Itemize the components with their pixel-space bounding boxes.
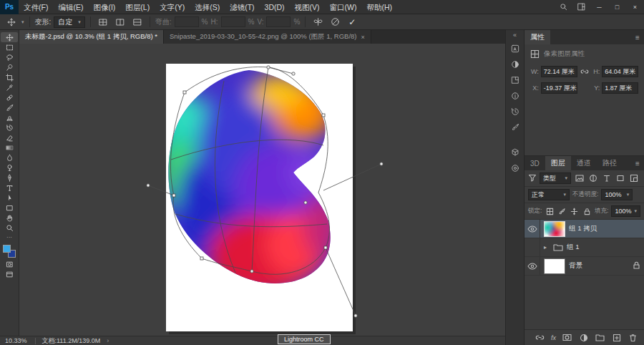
- menu-filter[interactable]: 滤镜(T): [225, 0, 259, 14]
- move-tool[interactable]: [1, 32, 18, 42]
- gradient-tool[interactable]: [1, 142, 18, 152]
- rectangle-tool[interactable]: [1, 203, 18, 213]
- add-mask-icon[interactable]: [562, 332, 572, 343]
- search-icon[interactable]: [555, 0, 572, 14]
- menu-type[interactable]: 文字(Y): [155, 0, 190, 14]
- layer-row-background[interactable]: 背景: [525, 257, 644, 276]
- fill-input[interactable]: 100% ▾: [611, 205, 640, 217]
- crop-tool[interactable]: [1, 72, 18, 82]
- width-input[interactable]: 72.14 厘米: [541, 66, 577, 77]
- libraries-panel-icon[interactable]: [507, 41, 523, 56]
- filter-type-select[interactable]: 类型 ▾: [540, 172, 571, 184]
- blend-mode-select[interactable]: 正常 ▾: [528, 189, 570, 200]
- clone-stamp-tool[interactable]: [1, 112, 18, 122]
- document-canvas[interactable]: [19, 44, 505, 345]
- menu-file[interactable]: 文件(F): [19, 0, 53, 14]
- y-input[interactable]: 1.87 厘米: [602, 82, 638, 94]
- history-brush-tool[interactable]: [1, 122, 18, 132]
- v-input[interactable]: [266, 16, 291, 27]
- filter-type-layers-icon[interactable]: [601, 173, 612, 184]
- layer-name[interactable]: 组 1 拷贝: [569, 224, 597, 233]
- group-expand-icon[interactable]: ▸: [544, 244, 550, 251]
- warp-orientation-icon[interactable]: [311, 16, 325, 29]
- lasso-tool[interactable]: [1, 52, 18, 62]
- dodge-tool[interactable]: [1, 162, 18, 172]
- adjustments-panel-icon[interactable]: [507, 57, 523, 72]
- lock-transparency-icon[interactable]: [545, 206, 554, 217]
- menu-window[interactable]: 窗口(W): [325, 0, 362, 14]
- tab-properties[interactable]: 属性: [525, 30, 550, 44]
- blur-tool[interactable]: [1, 152, 18, 162]
- brushes-panel-icon[interactable]: [507, 120, 523, 135]
- maximize-button[interactable]: □: [608, 0, 626, 14]
- expand-panels-icon[interactable]: «: [513, 31, 517, 40]
- panel-menu-icon[interactable]: ≡: [631, 156, 644, 170]
- split-warp-crosswise-icon[interactable]: [96, 16, 110, 29]
- lock-pixels-icon[interactable]: [557, 206, 567, 217]
- styles-panel-icon[interactable]: [507, 72, 523, 87]
- tab-close-icon[interactable]: ×: [361, 34, 364, 41]
- quick-selection-tool[interactable]: [1, 62, 18, 72]
- delete-layer-icon[interactable]: [628, 332, 638, 343]
- workspace-switcher-icon[interactable]: [572, 0, 590, 14]
- edit-toolbar-button[interactable]: ···: [6, 233, 12, 241]
- link-dimensions-icon[interactable]: [580, 68, 590, 75]
- quick-mask-button[interactable]: [1, 259, 18, 269]
- x-input[interactable]: -19.37 厘米: [541, 82, 577, 94]
- info-panel-icon[interactable]: [507, 88, 523, 103]
- tab-3d[interactable]: 3D: [525, 156, 545, 170]
- filter-adjustment-layers-icon[interactable]: [587, 173, 598, 184]
- visibility-toggle[interactable]: [525, 220, 540, 238]
- eraser-tool[interactable]: [1, 132, 18, 142]
- warp-preset-select[interactable]: 自定 ▾: [54, 16, 85, 28]
- minimize-button[interactable]: ─: [590, 0, 608, 14]
- brush-tool[interactable]: [1, 102, 18, 112]
- path-selection-tool[interactable]: [1, 193, 18, 203]
- layer-row-group[interactable]: ▸ 组 1: [525, 238, 644, 257]
- status-options-icon[interactable]: ›: [104, 337, 112, 344]
- filter-smart-objects-icon[interactable]: [628, 173, 639, 184]
- height-input[interactable]: 64.04 厘米: [602, 66, 638, 77]
- menu-select[interactable]: 选择(S): [190, 0, 225, 14]
- rectangular-marquee-tool[interactable]: [1, 42, 18, 52]
- 3d-panel-icon[interactable]: [507, 145, 523, 160]
- link-layers-icon[interactable]: [535, 332, 545, 343]
- history-panel-icon[interactable]: [507, 104, 523, 119]
- document-tab-active[interactable]: 未标题-2.psd @ 10.3% (组 1 拷贝, RGB/8) *: [19, 30, 164, 44]
- visibility-toggle[interactable]: [525, 238, 540, 257]
- document-tab[interactable]: Snipaste_2019-03-30_10-55-42.png @ 100% …: [164, 30, 371, 44]
- panel-menu-icon[interactable]: ≡: [631, 30, 644, 44]
- layer-thumbnail[interactable]: [544, 258, 565, 274]
- adjustment-layer-icon[interactable]: [578, 332, 589, 343]
- split-warp-vertical-icon[interactable]: [113, 16, 127, 29]
- lock-all-icon[interactable]: [582, 206, 592, 217]
- eyedropper-tool[interactable]: [1, 82, 18, 92]
- menu-layer[interactable]: 图层(L): [120, 0, 155, 14]
- filter-pixel-layers-icon[interactable]: [574, 173, 585, 184]
- new-layer-icon[interactable]: [611, 332, 622, 343]
- bend-input[interactable]: [175, 16, 199, 27]
- tab-paths[interactable]: 路径: [597, 156, 623, 170]
- layer-style-icon[interactable]: fx: [551, 334, 556, 341]
- screen-mode-button[interactable]: [1, 269, 18, 279]
- hand-tool[interactable]: [1, 213, 18, 223]
- foreground-color-swatch[interactable]: [3, 245, 11, 253]
- layer-name[interactable]: 组 1: [567, 243, 579, 252]
- layer-row-group-copy[interactable]: 组 1 拷贝: [525, 220, 644, 238]
- lock-position-icon[interactable]: [570, 206, 579, 217]
- tool-preset-icon[interactable]: [4, 16, 19, 29]
- tool-preset-dropdown-icon[interactable]: ▾: [21, 19, 24, 25]
- materials-panel-icon[interactable]: [507, 160, 523, 175]
- layer-name[interactable]: 背景: [569, 261, 582, 271]
- menu-edit[interactable]: 编辑(E): [53, 0, 88, 14]
- filter-shape-layers-icon[interactable]: [615, 173, 625, 184]
- type-tool[interactable]: [1, 183, 18, 193]
- new-group-icon[interactable]: [595, 332, 605, 343]
- spot-healing-brush-tool[interactable]: [1, 92, 18, 102]
- zoom-tool[interactable]: [1, 223, 18, 233]
- tab-channels[interactable]: 通道: [571, 156, 597, 170]
- menu-help[interactable]: 帮助(H): [362, 0, 398, 14]
- close-button[interactable]: ×: [626, 0, 644, 14]
- canvas-pasteboard[interactable]: [19, 44, 505, 345]
- menu-3d[interactable]: 3D(D): [260, 0, 290, 14]
